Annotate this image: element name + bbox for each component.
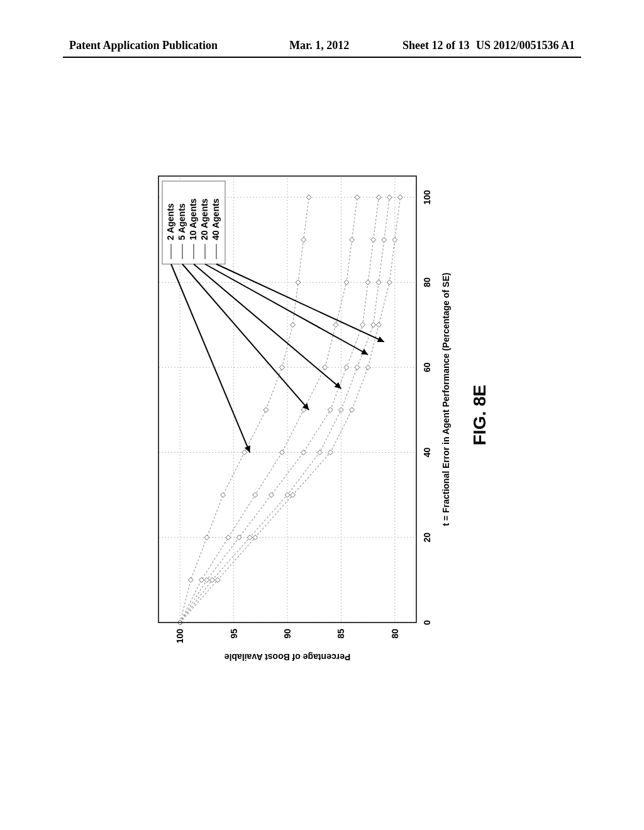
series-marker [253,492,258,497]
series-marker [387,280,392,285]
legend-label: 5 Agents [177,203,187,240]
x-axis-label: t = Fractional Error in Agent Performanc… [441,273,451,526]
series-marker [242,450,247,455]
series-marker [376,323,381,328]
patent-header: Patent Application Publication Mar. 1, 2… [0,39,644,57]
series-marker [204,535,209,540]
series-marker [371,237,376,242]
series-marker [188,577,193,582]
series-marker [376,195,381,200]
publication-number: US 2012/0051536 A1 [476,39,575,52]
legend-label: 10 Agents [188,198,198,240]
x-tick: 60 [422,362,432,372]
series-marker [291,323,296,328]
series-marker [285,492,290,497]
series-marker [338,407,343,412]
series-marker [323,365,328,370]
series-marker [350,407,355,412]
series-marker [204,577,209,582]
series-marker [365,365,370,370]
legend-label: 40 Agents [211,198,221,240]
x-tick: 20 [422,533,432,543]
header-rule [63,57,581,58]
series-marker [279,450,284,455]
series-marker [360,323,365,328]
series-marker [279,365,284,370]
y-tick: 80 [390,629,400,639]
series-marker [296,280,301,285]
legend-label: 20 Agents [199,198,209,240]
x-tick: 40 [422,448,432,458]
publication-type: Patent Application Publication [69,39,218,52]
y-tick: 90 [282,629,292,639]
x-tick: 80 [422,277,432,287]
series-marker [328,407,333,412]
sheet-number: Sheet 12 of 13 [402,39,470,52]
series-marker [371,323,376,328]
series-marker [344,365,349,370]
page-root: Patent Application Publication Mar. 1, 2… [0,0,644,830]
series-marker [392,237,397,242]
x-tick: 0 [422,620,432,625]
series-marker [199,577,204,582]
callout-line [205,264,368,355]
series-marker [221,492,226,497]
series-marker [317,450,322,455]
series-marker [350,237,355,242]
figure-caption: FIG. 8E [470,163,490,667]
y-tick: 85 [336,629,346,639]
series-marker [382,237,387,242]
series-marker [247,535,252,540]
callout-line [171,264,250,453]
series-marker [264,407,269,412]
x-tick: 100 [422,190,432,205]
series-marker [376,280,381,285]
series-marker [328,450,333,455]
series-marker [387,195,392,200]
y-tick: 95 [229,629,239,639]
figure-inner: 2 Agents5 Agents10 Agents20 Agents40 Age… [146,163,498,667]
legend-label: 2 Agents [165,203,175,240]
series-marker [301,237,306,242]
y-tick: 100 [175,629,185,644]
series-marker [355,195,360,200]
series-marker [365,280,370,285]
series-marker [306,195,311,200]
y-axis-label: Percentage of Boost Available [225,652,351,662]
chart-svg: 2 Agents5 Agents10 Agents20 Agents40 Age… [146,163,460,667]
series-marker [344,280,349,285]
series-marker [333,323,338,328]
publication-date: Mar. 1, 2012 [289,39,349,52]
callout-line [216,264,384,342]
series-marker [355,365,360,370]
series-marker [397,195,402,200]
series-marker [226,535,231,540]
